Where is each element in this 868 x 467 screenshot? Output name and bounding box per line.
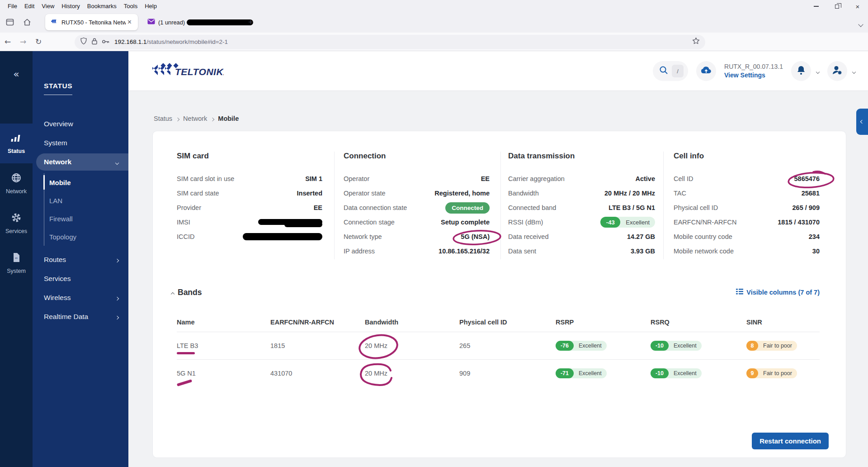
url-text: 192.168.1.1/status/network/mobile#id=2-1: [114, 38, 692, 45]
band-pci: 909: [459, 370, 556, 377]
sidebar-item-services[interactable]: Services: [33, 269, 128, 288]
sidebar-item-topology[interactable]: Topology: [44, 228, 128, 246]
provider-value: EE: [314, 204, 322, 211]
notifications-button[interactable]: [791, 61, 811, 81]
tab-close-icon[interactable]: ×: [126, 18, 133, 26]
menu-edit[interactable]: Edit: [21, 1, 38, 11]
view-settings-link[interactable]: View Settings: [724, 71, 783, 80]
redaction-bar-imsi: [258, 219, 322, 225]
redaction-bar-iccid: [243, 233, 322, 240]
window-close-button[interactable]: ×: [847, 0, 868, 13]
mail-icon: [147, 18, 155, 26]
rail-item-label: Status: [8, 148, 25, 154]
cell-id-value: 5865476: [794, 175, 820, 182]
services-gear-icon: [11, 212, 22, 225]
side-panel-handle[interactable]: [856, 109, 868, 135]
mail-browser-tab[interactable]: (1 unread): [144, 14, 257, 30]
chevron-right-icon: [116, 313, 118, 321]
sidebar-section-title: STATUS: [44, 82, 72, 95]
search-shortcut-hint: /: [672, 65, 684, 77]
chevron-down-icon: [116, 158, 118, 166]
shield-icon[interactable]: [80, 37, 87, 47]
menu-history[interactable]: History: [58, 1, 83, 11]
list-all-tabs-icon[interactable]: [859, 20, 863, 28]
home-icon[interactable]: [20, 15, 34, 29]
table-row-lte-b3: LTE B3 1815 20 MHz 265 -76Excellent -10E…: [177, 332, 820, 359]
new-tab-button[interactable]: +: [248, 17, 253, 27]
key-icon[interactable]: [102, 38, 110, 46]
rail-item-network[interactable]: Network: [0, 163, 33, 203]
visible-columns-button[interactable]: Visible columns (7 of 7): [736, 289, 820, 296]
rsrq-badge: -10Excellent: [651, 368, 702, 378]
active-browser-tab[interactable]: RUTX50 - Teltonika Networks ×: [45, 14, 138, 30]
firefox-view-icon[interactable]: [3, 15, 17, 29]
band-earfcn: 431070: [270, 370, 365, 377]
svg-text:‹›: ‹›: [15, 256, 18, 260]
panel-title: Connection: [344, 152, 490, 161]
columns-icon: [736, 289, 743, 296]
panel-data-transmission: Data transmission Carrier aggregationAct…: [500, 152, 663, 259]
sidebar-item-routes[interactable]: Routes: [33, 250, 128, 269]
chevron-right-icon: [116, 256, 118, 264]
panel-title: Cell info: [674, 152, 820, 161]
breadcrumb-status[interactable]: Status: [154, 115, 172, 122]
reload-button[interactable]: ↻: [31, 37, 46, 46]
lock-icon[interactable]: [91, 38, 98, 47]
main-content: TELTONIKA / RUTX_R_00.07.13.1 Vi: [128, 51, 868, 467]
window-restore-button[interactable]: [826, 0, 847, 13]
rsrq-badge: -10Excellent: [651, 341, 702, 351]
menu-view[interactable]: View: [38, 1, 57, 11]
bookmark-star-icon[interactable]: [692, 37, 700, 47]
bell-icon: [797, 65, 806, 77]
restart-connection-button[interactable]: Restart connection: [752, 433, 829, 449]
sinr-badge: 8Fair to poor: [746, 341, 797, 351]
rail-item-services[interactable]: Services: [0, 203, 33, 243]
mcc-value: 234: [809, 233, 820, 240]
bands-table: Name EARFCN/NR-ARFCN Bandwidth Physical …: [177, 313, 820, 387]
sidebar-item-mobile[interactable]: Mobile: [44, 173, 128, 191]
rsrp-badge: -76Excellent: [556, 341, 607, 351]
chevron-down-icon[interactable]: [816, 67, 819, 75]
system-card-icon: ‹›: [11, 252, 21, 265]
forward-button[interactable]: →: [15, 37, 31, 46]
breadcrumb-network[interactable]: Network: [183, 115, 207, 122]
address-bar[interactable]: 192.168.1.1/status/network/mobile#id=2-1: [75, 35, 705, 49]
rail-item-status[interactable]: Status: [0, 124, 33, 163]
mobile-status-card: SIM card SIM card slot in useSIM 1 SIM c…: [152, 131, 846, 458]
menu-file[interactable]: File: [5, 1, 20, 11]
window-minimize-button[interactable]: [806, 0, 826, 13]
ip-address-value: 10.86.165.216/32: [439, 248, 490, 255]
sinr-badge: 9Fair to poor: [746, 368, 797, 378]
menu-bookmarks[interactable]: Bookmarks: [84, 1, 120, 11]
back-button[interactable]: ←: [0, 37, 15, 46]
rail-item-system[interactable]: ‹› System: [0, 243, 33, 283]
window-controls: ×: [806, 0, 868, 13]
sidebar-item-realtime-data[interactable]: Realtime Data: [33, 307, 128, 326]
sim-state-value: Inserted: [297, 190, 322, 197]
network-type-value: 5G (NSA): [461, 233, 490, 240]
rail-item-label: Services: [5, 228, 27, 234]
network-submenu: Mobile LAN Firewall Topology: [44, 173, 128, 246]
sidebar-item-firewall[interactable]: Firewall: [44, 210, 128, 228]
sidebar-collapse-icon[interactable]: «: [0, 68, 33, 80]
bands-collapse-icon[interactable]: [171, 289, 174, 297]
band-pci: 265: [459, 342, 556, 349]
sidebar-item-network[interactable]: Network: [36, 153, 128, 171]
search-icon: [659, 66, 668, 76]
sidebar-item-system[interactable]: System: [33, 133, 128, 152]
band-earfcn: 1815: [270, 342, 365, 349]
menu-tools[interactable]: Tools: [121, 1, 141, 11]
breadcrumb-mobile: Mobile: [218, 115, 239, 122]
sidebar-item-wireless[interactable]: Wireless: [33, 288, 128, 307]
sidebar-item-overview[interactable]: Overview: [33, 114, 128, 133]
menu-help[interactable]: Help: [142, 1, 160, 11]
chevron-down-icon[interactable]: [853, 67, 855, 75]
browser-chrome: File Edit View History Bookmarks Tools H…: [0, 0, 868, 51]
band-bandwidth: 20 MHz: [365, 342, 387, 349]
cloud-rms-button[interactable]: [696, 61, 716, 81]
sidebar-rail: « Status Network Services ‹› System: [0, 51, 33, 467]
user-menu-button[interactable]: [827, 61, 847, 81]
sidebar-item-lan[interactable]: LAN: [44, 191, 128, 210]
search-button[interactable]: /: [653, 61, 688, 81]
rssi-badge: -43Excellent: [600, 217, 655, 228]
